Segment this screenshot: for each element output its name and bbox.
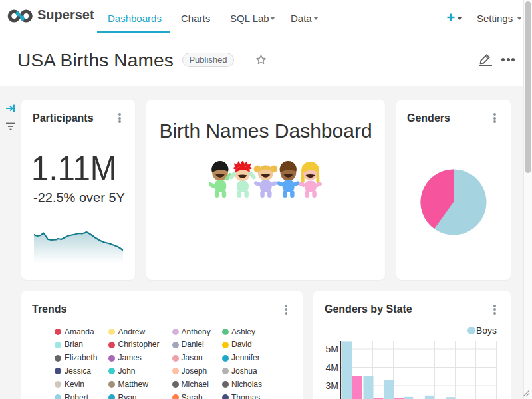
svg-text:4M: 4M bbox=[326, 362, 338, 373]
svg-text:3M: 3M bbox=[326, 380, 338, 391]
svg-text:5M: 5M bbox=[326, 344, 338, 354]
